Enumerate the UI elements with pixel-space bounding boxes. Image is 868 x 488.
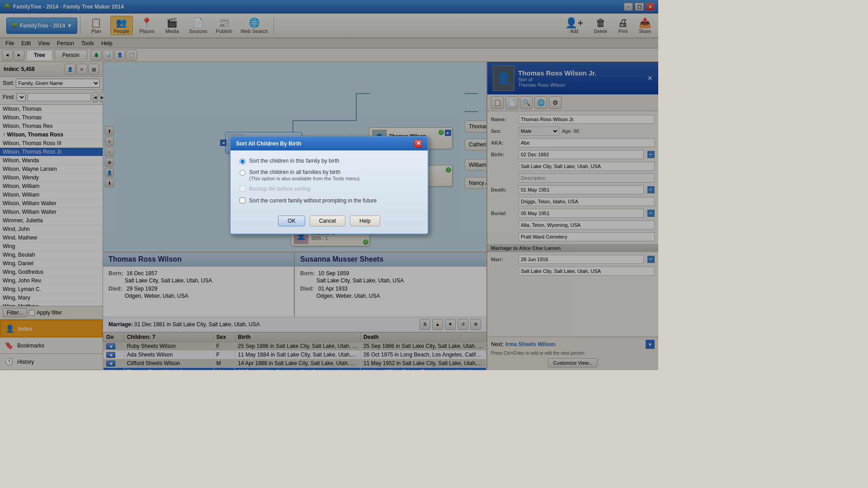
radio-family[interactable]	[240, 159, 245, 164]
radio-option-2-text: Sort the children in all families by bir…	[249, 169, 359, 181]
radio-option-1: Sort the children in this family by birt…	[240, 158, 419, 164]
dialog-title: Sort All Children By Birth	[236, 141, 301, 147]
dialog-overlay: Sort All Children By Birth ✕ Sort the ch…	[0, 0, 658, 370]
backup-checkbox[interactable]	[240, 186, 245, 192]
checkbox-backup: Backup file before sorting	[240, 186, 419, 192]
dialog-titlebar: Sort All Children By Birth ✕	[231, 137, 428, 150]
radio-all-families[interactable]	[240, 170, 245, 176]
dialog-close-btn[interactable]: ✕	[414, 140, 422, 148]
radio-option-2: Sort the children in all families by bir…	[240, 169, 419, 181]
radio-option-1-text: Sort the children in this family by birt…	[249, 158, 339, 164]
dialog-help-btn[interactable]: Help	[350, 216, 380, 226]
sort-children-dialog: Sort All Children By Birth ✕ Sort the ch…	[230, 136, 429, 235]
future-checkbox[interactable]	[240, 197, 245, 203]
dialog-ok-btn[interactable]: OK	[278, 216, 305, 226]
checkbox-future: Sort the current family without promptin…	[240, 197, 419, 204]
dialog-cancel-btn[interactable]: Cancel	[310, 216, 345, 226]
dialog-footer: OK Cancel Help	[231, 211, 428, 234]
dialog-body: Sort the children in this family by birt…	[231, 150, 428, 211]
